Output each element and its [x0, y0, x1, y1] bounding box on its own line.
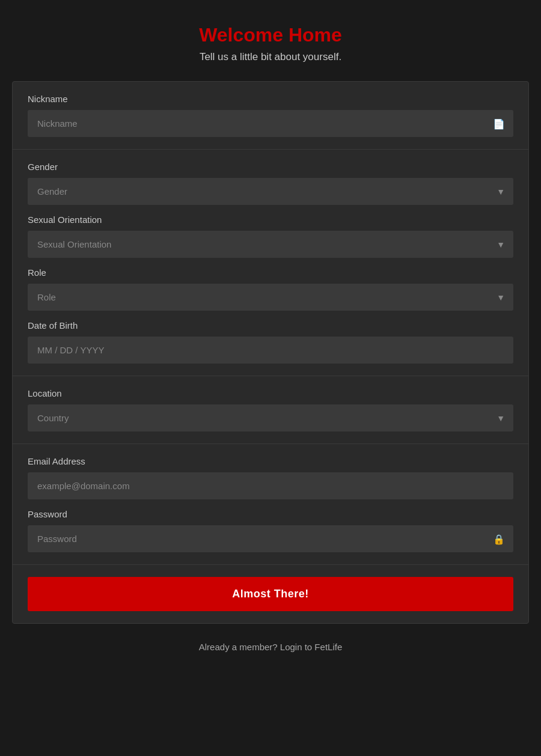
- password-field: Password 🔒: [28, 509, 513, 552]
- gender-select-wrapper: Gender Male Female Trans Male Trans Fema…: [28, 178, 513, 205]
- dob-input[interactable]: [28, 337, 513, 364]
- nickname-section: Nickname 📄: [13, 82, 528, 150]
- password-input[interactable]: [28, 525, 513, 552]
- email-input[interactable]: [28, 472, 513, 499]
- nickname-input-wrapper: 📄: [28, 110, 513, 137]
- role-select-wrapper: Role Dominant Submissive Switch Master S…: [28, 284, 513, 311]
- nickname-label: Nickname: [28, 94, 513, 104]
- footer: Already a member? Login to FetLife: [12, 642, 529, 652]
- location-section: Location Country United States United Ki…: [13, 376, 528, 444]
- registration-form: Nickname 📄 Gender Gender Male Female Tra…: [12, 81, 529, 624]
- demographics-section: Gender Gender Male Female Trans Male Tra…: [13, 150, 528, 376]
- header: Welcome Home Tell us a little bit about …: [12, 24, 529, 63]
- email-label: Email Address: [28, 456, 513, 466]
- page-title: Welcome Home: [12, 24, 529, 46]
- sexual-orientation-select[interactable]: Sexual Orientation Straight Gay Lesbian …: [28, 231, 513, 258]
- sexual-orientation-label: Sexual Orientation: [28, 215, 513, 225]
- role-select[interactable]: Role Dominant Submissive Switch Master S…: [28, 284, 513, 311]
- country-select[interactable]: Country United States United Kingdom Can…: [28, 404, 513, 431]
- submit-section: Almost There!: [13, 565, 528, 623]
- role-field: Role Role Dominant Submissive Switch Mas…: [28, 267, 513, 311]
- country-select-wrapper: Country United States United Kingdom Can…: [28, 404, 513, 431]
- dob-field: Date of Birth: [28, 320, 513, 364]
- gender-select[interactable]: Gender Male Female Trans Male Trans Fema…: [28, 178, 513, 205]
- email-field: Email Address: [28, 456, 513, 499]
- role-label: Role: [28, 267, 513, 278]
- page-container: Welcome Home Tell us a little bit about …: [12, 12, 529, 664]
- gender-field: Gender Gender Male Female Trans Male Tra…: [28, 162, 513, 205]
- credentials-section: Email Address Password 🔒: [13, 444, 528, 565]
- sexual-orientation-field: Sexual Orientation Sexual Orientation St…: [28, 215, 513, 258]
- nickname-input[interactable]: [28, 110, 513, 137]
- page-subtitle: Tell us a little bit about yourself.: [12, 51, 529, 63]
- footer-text: Already a member? Login to FetLife: [199, 642, 342, 652]
- password-input-wrapper: 🔒: [28, 525, 513, 552]
- dob-label: Date of Birth: [28, 320, 513, 331]
- sexual-orientation-select-wrapper: Sexual Orientation Straight Gay Lesbian …: [28, 231, 513, 258]
- gender-label: Gender: [28, 162, 513, 172]
- location-label: Location: [28, 388, 513, 398]
- password-label: Password: [28, 509, 513, 519]
- submit-button[interactable]: Almost There!: [28, 577, 513, 611]
